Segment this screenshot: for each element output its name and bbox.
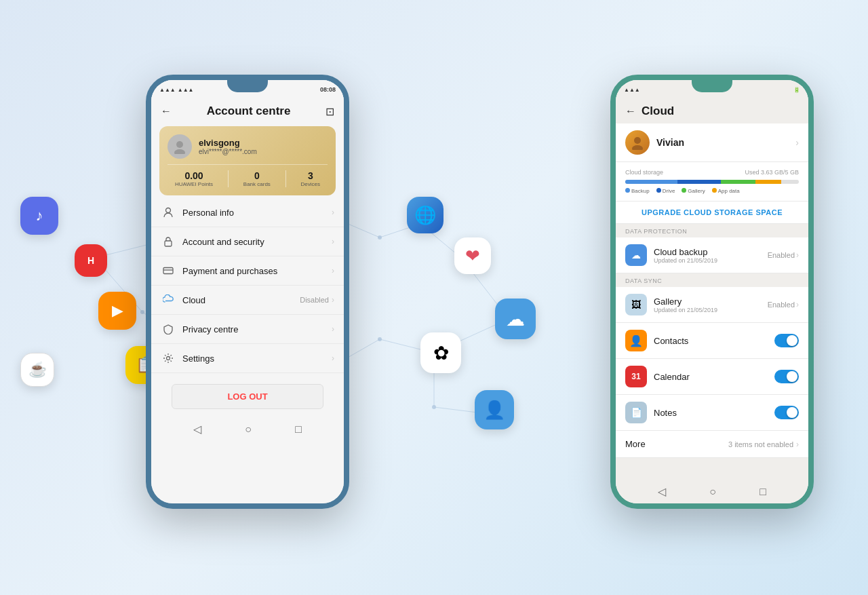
- gallery-sync-item[interactable]: 🖼 Gallery Updated on 21/05/2019 Enabled …: [616, 287, 808, 323]
- heart-app-icon: ❤: [454, 237, 491, 274]
- chevron-icon: ›: [332, 266, 334, 275]
- storage-section: Cloud storage Used 3.63 GB/5 GB Backup D…: [616, 162, 808, 201]
- left-phone: ▲▲▲ ▲▲▲ 08:08 ← Account centre ⊡: [146, 75, 349, 509]
- notes-sync-item[interactable]: 📄 Notes: [616, 395, 808, 431]
- cloud-user-row[interactable]: Vivian ›: [616, 123, 808, 162]
- more-sub: 3 items not enabled: [728, 440, 793, 448]
- cloud-status: Disabled: [300, 296, 329, 304]
- chevron-icon: ›: [332, 295, 334, 305]
- svg-point-36: [634, 137, 641, 144]
- chevron-icon: ›: [796, 300, 799, 309]
- profile-info: elvisgong elvi*****@*****.com: [199, 138, 257, 155]
- contacts-sync-title: Contacts: [654, 336, 774, 346]
- recents-nav-icon[interactable]: □: [760, 486, 766, 498]
- menu-item-settings[interactable]: Settings ›: [151, 344, 344, 373]
- notes-sync-icon: 📄: [625, 402, 647, 423]
- globe-app-icon: 🌐: [407, 197, 443, 233]
- calendar-sync-item[interactable]: 31 Calendar: [616, 359, 808, 395]
- legend-gallery: Gallery: [682, 188, 705, 194]
- cloud-app-icon: ☁: [495, 299, 536, 339]
- flower-app-icon: ✿: [420, 332, 461, 373]
- storage-legend: Backup Drive Gallery App data: [625, 188, 799, 194]
- contact-app-icon: 👤: [475, 390, 514, 429]
- avatar: [167, 134, 192, 159]
- upgrade-button[interactable]: UPGRADE CLOUD STORAGE SPACE: [616, 201, 808, 224]
- legend-appdata: App data: [712, 188, 740, 194]
- gallery-sync-info: Gallery Updated on 21/05/2019: [654, 296, 768, 313]
- teacup-app-icon: ☕: [20, 353, 54, 387]
- expand-icon[interactable]: ⊡: [326, 105, 334, 118]
- notes-sync-title: Notes: [654, 408, 774, 418]
- home-nav-icon[interactable]: ○: [709, 486, 716, 498]
- right-phone-screen: ▲▲▲ 🔋 ← Cloud Vivian › Cloud storage: [616, 80, 808, 503]
- storage-bar: [625, 180, 799, 184]
- menu-item-label: Settings: [182, 353, 332, 364]
- more-chevron-icon: ›: [796, 440, 799, 449]
- menu-item-label: Payment and purchases: [182, 266, 332, 276]
- calendar-sync-title: Calendar: [654, 372, 774, 382]
- back-button[interactable]: ←: [161, 105, 172, 117]
- calendar-sync-info: Calendar: [654, 372, 774, 382]
- svg-point-16: [140, 310, 144, 314]
- logout-button[interactable]: LOG OUT: [172, 384, 323, 409]
- profile-stats: 0.00 HUAWEI Points 0 Bank cards 3 Device…: [167, 164, 328, 187]
- stat-points: 0.00 HUAWEI Points: [175, 170, 213, 187]
- profile-card[interactable]: elvisgong elvi*****@*****.com 0.00 HUAWE…: [159, 126, 336, 195]
- menu-item-privacy[interactable]: Privacy centre ›: [151, 315, 344, 344]
- menu-item-account-security[interactable]: Account and security ›: [151, 227, 344, 256]
- gallery-sync-status: Enabled ›: [768, 300, 799, 309]
- svg-rect-32: [165, 241, 172, 246]
- cloud-app-header: ← Cloud: [616, 99, 808, 123]
- legend-drive: Drive: [656, 188, 675, 194]
- left-phone-screen: ▲▲▲ ▲▲▲ 08:08 ← Account centre ⊡: [151, 80, 344, 503]
- back-nav-icon[interactable]: ◁: [658, 485, 666, 498]
- chevron-icon: ›: [332, 353, 334, 363]
- phone-notch: [692, 80, 732, 92]
- bottom-nav: ◁ ○ □: [616, 480, 808, 503]
- recents-nav-icon[interactable]: □: [295, 423, 302, 436]
- svg-point-31: [166, 208, 171, 213]
- menu-item-payment[interactable]: Payment and purchases ›: [151, 256, 344, 286]
- svg-point-29: [176, 141, 183, 148]
- menu-item-label: Privacy centre: [182, 324, 332, 334]
- chevron-icon: ›: [332, 324, 334, 334]
- calendar-sync-icon: 31: [625, 366, 647, 387]
- back-button[interactable]: ←: [625, 105, 636, 117]
- contacts-sync-item[interactable]: 👤 Contacts: [616, 323, 808, 359]
- home-nav-icon[interactable]: ○: [245, 423, 252, 436]
- cloud-icon: [161, 292, 176, 307]
- battery-icon: 08:08: [320, 86, 336, 93]
- cloud-backup-item[interactable]: ☁ Cloud backup Updated on 21/05/2019 Ena…: [616, 237, 808, 273]
- svg-point-22: [378, 337, 382, 341]
- notes-sync-info: Notes: [654, 408, 774, 418]
- play-app-icon: ▶: [98, 292, 136, 330]
- cloud-username: Vivian: [656, 137, 795, 148]
- more-row[interactable]: More 3 items not enabled ›: [616, 431, 808, 458]
- page-title: Account centre: [207, 104, 291, 118]
- right-phone: ▲▲▲ 🔋 ← Cloud Vivian › Cloud storage: [610, 75, 814, 509]
- cloud-page-title: Cloud: [642, 104, 799, 118]
- stat-divider-2: [285, 170, 286, 187]
- calendar-toggle[interactable]: [774, 370, 799, 383]
- notes-toggle[interactable]: [774, 406, 799, 419]
- user-chevron-icon: ›: [795, 137, 799, 148]
- legend-backup: Backup: [625, 188, 650, 194]
- bottom-nav: ◁ ○ □: [151, 417, 344, 441]
- menu-item-cloud[interactable]: Cloud Disabled ›: [151, 286, 344, 315]
- cloud-backup-sub: Updated on 21/05/2019: [654, 257, 768, 264]
- phone-notch: [227, 80, 268, 92]
- storage-used: Used 3.63 GB/5 GB: [745, 169, 799, 176]
- menu-item-label: Personal info: [182, 208, 332, 218]
- app-header: ← Account centre ⊡: [151, 99, 344, 123]
- contacts-sync-info: Contacts: [654, 336, 774, 346]
- settings-icon: [161, 351, 176, 366]
- gallery-segment: [721, 180, 755, 184]
- svg-point-37: [632, 145, 643, 150]
- huawei-app-icon: H: [75, 244, 107, 277]
- menu-item-personal-info[interactable]: Personal info ›: [151, 198, 344, 227]
- menu-item-label: Cloud: [182, 295, 300, 305]
- chevron-icon: ›: [796, 250, 799, 260]
- stat-bankcards: 0 Bank cards: [243, 170, 271, 187]
- contacts-toggle[interactable]: [774, 334, 799, 347]
- back-nav-icon[interactable]: ◁: [193, 423, 201, 436]
